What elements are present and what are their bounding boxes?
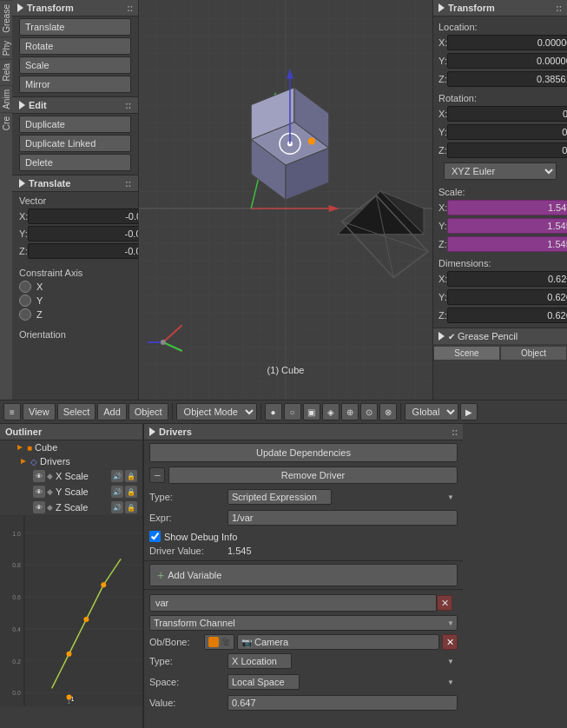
rot-z-input[interactable] (447, 142, 567, 158)
edit-triangle[interactable] (19, 101, 25, 109)
vtab-grease[interactable]: Grease (0, 0, 12, 36)
rot-y-input[interactable] (447, 124, 567, 140)
svg-text:1.0: 1.0 (12, 531, 21, 537)
global-select[interactable]: Global (405, 403, 458, 420)
constraint-z-label: Z (36, 309, 43, 320)
translate-triangle[interactable] (19, 179, 25, 188)
translate-button[interactable]: Translate (19, 18, 131, 36)
duplicate-linked-button[interactable]: Duplicate Linked (19, 135, 131, 152)
svg-point-17 (308, 137, 315, 144)
yscale-lock-icon[interactable]: 🔒 (125, 486, 137, 498)
right-collapse-triangle[interactable] (438, 3, 445, 12)
scale-y-input[interactable] (447, 218, 567, 234)
vector-x-input[interactable] (28, 208, 139, 224)
dim-x-input[interactable] (447, 271, 567, 287)
x-axis-label: X: (19, 211, 28, 222)
toolbar-view-icon[interactable]: ≡ (3, 403, 21, 420)
sep3 (400, 403, 401, 420)
dim-z-input[interactable] (447, 308, 567, 323)
ob-cube-button[interactable]: 🎥 (204, 634, 234, 650)
space-select[interactable]: Local Space (227, 674, 300, 690)
gp-tab-scene[interactable]: Scene (433, 346, 500, 361)
dim-y-input[interactable] (447, 289, 567, 305)
vtab-phy[interactable]: Phy (0, 36, 12, 59)
transform-channel-select[interactable]: Transform Channel (149, 615, 458, 631)
camera-button[interactable]: 📷 Camera (237, 634, 439, 650)
display-circle-icon[interactable]: ● (265, 403, 282, 420)
graph-area[interactable]: 1.0 0.8 0.6 0.4 0.2 0.0 1 1 (0, 515, 142, 706)
loc-y-row: Y: 🔒 (433, 52, 567, 69)
outliner-xscale-item[interactable]: 👁 ◆ X Scale 🔊 🔒 (0, 468, 142, 484)
overlay-icon[interactable]: ◈ (322, 403, 340, 420)
scale-z-input[interactable] (447, 236, 567, 252)
gp-tab-object[interactable]: Object (500, 346, 567, 361)
duplicate-button[interactable]: Duplicate (19, 116, 131, 133)
gp-triangle[interactable] (438, 332, 445, 341)
outliner-cube-item[interactable]: ■ Cube (0, 440, 142, 454)
plus-icon: + (157, 568, 164, 582)
select-menu[interactable]: Select (57, 403, 96, 420)
minus-icon[interactable]: − (149, 467, 165, 483)
yscale-mute-icon[interactable]: 🔊 (111, 486, 123, 498)
drivers-expand-triangle[interactable] (19, 457, 28, 466)
render-icon[interactable]: ▣ (303, 403, 320, 420)
constraint-y-btn[interactable] (19, 295, 31, 307)
euler-mode-select[interactable]: XYZ Euler (444, 162, 557, 180)
vector-z-input[interactable] (28, 243, 139, 259)
xscale-eye[interactable]: 👁 (33, 470, 45, 482)
constraint-x-btn[interactable] (19, 281, 31, 293)
zscale-eye[interactable]: 👁 (33, 501, 45, 513)
debug-checkbox[interactable] (149, 531, 161, 542)
var-name-input[interactable] (149, 594, 437, 612)
cube-expand-triangle[interactable] (16, 443, 24, 452)
value-input[interactable] (227, 695, 458, 711)
loc-y-input[interactable] (447, 53, 567, 69)
type2-select[interactable]: X Location (227, 653, 292, 669)
xscale-lock-icon[interactable]: 🔒 (125, 470, 137, 482)
var-delete-button[interactable]: ✕ (437, 595, 452, 611)
mirror-button[interactable]: Mirror (19, 76, 131, 93)
vtab-rela[interactable]: Rela (0, 59, 12, 85)
ob-bone-clear-button[interactable]: ✕ (442, 634, 458, 650)
view-menu[interactable]: View (23, 403, 56, 420)
object-menu[interactable]: Object (129, 403, 168, 420)
remove-driver-button[interactable]: Remove Driver (168, 467, 458, 484)
outliner-yscale-item[interactable]: 👁 ◆ Y Scale 🔊 🔒 (0, 484, 142, 500)
3d-viewport[interactable]: User Persp (139, 0, 432, 400)
rot-x-input[interactable] (447, 106, 567, 122)
yscale-eye[interactable]: 👁 (33, 486, 45, 498)
zscale-lock-icon[interactable]: 🔒 (125, 501, 137, 513)
divider2 (144, 589, 463, 590)
delete-button[interactable]: Delete (19, 154, 131, 171)
outliner-zscale-item[interactable]: 👁 ◆ Z Scale 🔊 🔒 (0, 500, 142, 515)
vtab-cre[interactable]: Cre (0, 112, 12, 134)
add-variable-button[interactable]: + Add Variable (149, 564, 458, 586)
zscale-mute-icon[interactable]: 🔊 (111, 501, 123, 513)
constraint-z-btn[interactable] (19, 308, 31, 321)
mode-select[interactable]: Object Mode (176, 403, 257, 420)
vtab-anim[interactable]: Anim (0, 85, 12, 113)
expr-input[interactable] (227, 510, 458, 526)
update-deps-button[interactable]: Update Dependencies (149, 443, 458, 462)
camera-label: Camera (254, 637, 288, 647)
drivers-collapse-triangle[interactable] (149, 427, 155, 436)
collapse-triangle[interactable] (17, 3, 23, 12)
vector-y-input[interactable] (28, 226, 139, 242)
orientation-label: Orientation (19, 329, 131, 340)
scale-button[interactable]: Scale (19, 56, 131, 74)
display-wire-icon[interactable]: ○ (284, 403, 301, 420)
xscale-mute-icon[interactable]: 🔊 (111, 470, 123, 482)
outliner-drivers-item[interactable]: ◇ Drivers (0, 454, 142, 468)
snap-icon[interactable]: ⊕ (341, 403, 359, 420)
toolbar-extra[interactable]: ▶ (460, 403, 478, 420)
loc-z-input[interactable] (447, 71, 567, 87)
loc-x-input[interactable] (447, 35, 567, 50)
proportional-icon[interactable]: ⊗ (379, 403, 397, 420)
add-variable-label: Add Variable (168, 570, 221, 580)
scale-x-input[interactable] (447, 200, 567, 215)
drivers-header-label: Drivers (159, 427, 192, 437)
type-select[interactable]: Scripted Expression (227, 489, 332, 505)
rotate-button[interactable]: Rotate (19, 37, 131, 55)
magnet-icon[interactable]: ⊙ (360, 403, 378, 420)
add-menu[interactable]: Add (97, 403, 127, 420)
